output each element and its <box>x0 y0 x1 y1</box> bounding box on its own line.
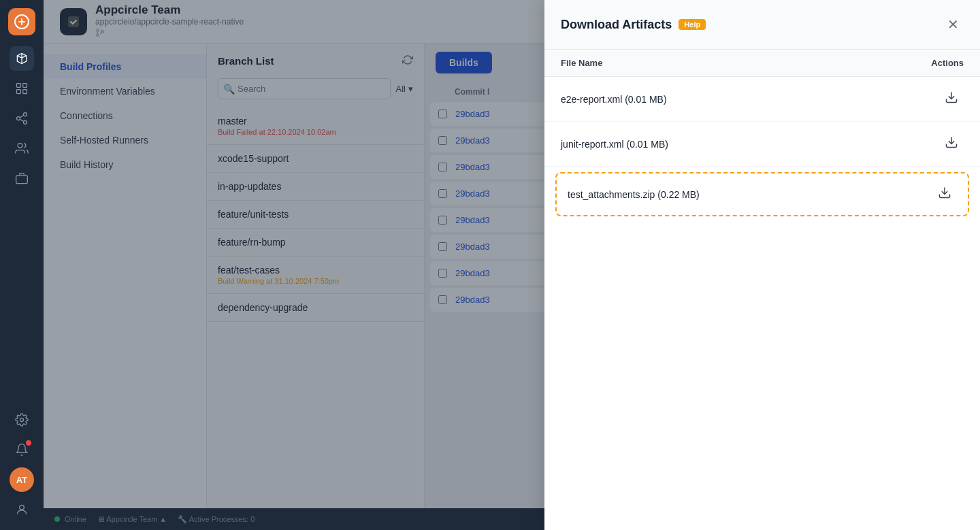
alerts-nav-icon[interactable] <box>10 437 34 462</box>
svg-rect-4 <box>23 90 27 94</box>
help-badge[interactable]: Help <box>679 19 706 30</box>
team-nav-icon[interactable] <box>10 136 34 161</box>
enterprise-nav-icon[interactable] <box>10 166 34 191</box>
file-name: test_attachments.zip (0.22 MB) <box>568 189 700 200</box>
svg-point-10 <box>18 144 22 148</box>
svg-rect-11 <box>16 176 28 184</box>
svg-point-5 <box>24 113 27 116</box>
download-button[interactable] <box>939 133 964 155</box>
modal-file-row: e2e-report.xml (0.01 MB) <box>544 77 980 122</box>
user-avatar[interactable]: AT <box>10 467 34 492</box>
svg-line-9 <box>20 115 24 117</box>
svg-point-12 <box>20 418 24 422</box>
svg-point-6 <box>17 117 20 120</box>
modal-title: Download Artifacts <box>561 18 672 32</box>
file-name: e2e-report.xml (0.01 MB) <box>561 94 667 105</box>
user-profile-nav-icon[interactable] <box>10 497 34 522</box>
modal-overlay[interactable]: Download Artifacts Help ✕ File Name Acti… <box>44 0 980 530</box>
distribute-nav-icon[interactable] <box>10 106 34 131</box>
main-content: Appcircle Team appcircleio/appcircle-sam… <box>44 0 980 530</box>
modal-table: File Name Actions e2e-report.xml (0.01 M… <box>544 50 980 530</box>
download-button[interactable] <box>939 88 964 110</box>
svg-rect-1 <box>17 84 21 88</box>
modal-table-header: File Name Actions <box>544 50 980 77</box>
icon-sidebar: AT <box>0 0 44 530</box>
modal-file-row-highlighted: test_attachments.zip (0.22 MB) <box>555 172 969 216</box>
file-name-column-header: File Name <box>561 58 602 68</box>
svg-rect-2 <box>23 84 27 88</box>
svg-line-8 <box>20 119 24 121</box>
svg-rect-3 <box>17 90 21 94</box>
download-button[interactable] <box>932 183 957 205</box>
build-nav-icon[interactable] <box>10 46 34 71</box>
download-artifacts-modal: Download Artifacts Help ✕ File Name Acti… <box>544 0 980 530</box>
svg-point-7 <box>24 120 27 124</box>
svg-point-13 <box>20 505 24 510</box>
modal-close-button[interactable]: ✕ <box>942 14 964 35</box>
actions-column-header: Actions <box>931 58 964 68</box>
file-name: junit-report.xml (0.01 MB) <box>561 139 668 150</box>
analytics-nav-icon[interactable] <box>10 76 34 101</box>
modal-title-row: Download Artifacts Help <box>561 18 706 32</box>
modal-header: Download Artifacts Help ✕ <box>544 0 980 50</box>
settings-nav-icon[interactable] <box>10 408 34 432</box>
app-logo <box>8 8 35 35</box>
modal-file-row: junit-report.xml (0.01 MB) <box>544 122 980 167</box>
